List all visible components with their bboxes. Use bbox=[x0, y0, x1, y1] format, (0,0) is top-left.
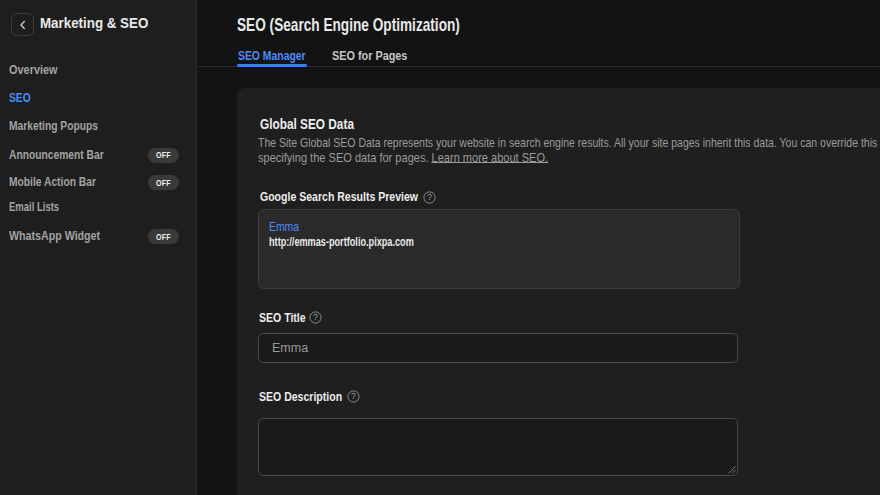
svg-text:?: ? bbox=[351, 391, 356, 401]
svg-text:?: ? bbox=[427, 192, 432, 202]
svg-text:?: ? bbox=[313, 312, 318, 322]
